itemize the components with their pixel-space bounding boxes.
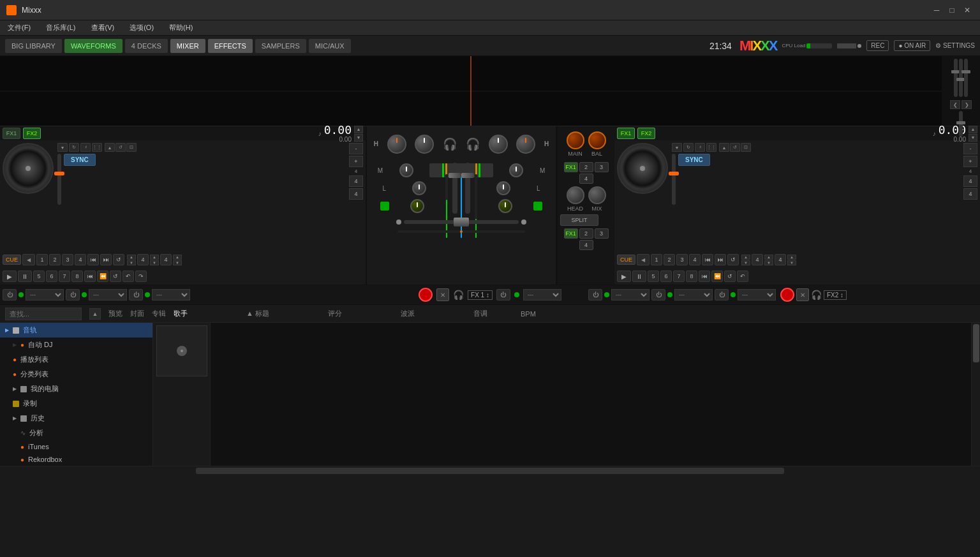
deck-left-fx2-route[interactable]: ↶ [122,271,134,282]
nav-big-library[interactable]: BIG LIBRARY [5,39,62,53]
eff-right-power3[interactable]: ⏻ [715,289,729,301]
eff-center-power[interactable]: ⏻ [496,289,510,301]
deck-right-hc2[interactable]: 2 [664,254,675,265]
pitch-up-btn[interactable]: ▲ [354,126,363,133]
sidebar-item-mypc[interactable]: ▶ 我的电脑 [0,382,152,396]
loop-size-row-up[interactable]: ▲ [127,255,136,260]
deck-right-loop-size[interactable]: 4 [775,254,786,265]
ch-active-right[interactable] [533,202,542,211]
deck-left-hc6[interactable]: 6 [46,271,57,282]
knob-headphone-left[interactable] [415,135,434,154]
eff-left-select3[interactable]: --- [152,289,190,301]
loop-double[interactable]: 4 [349,175,363,187]
fx1-routing-label[interactable]: FX 1 ↕ [468,290,493,300]
deck-left-pause-btn[interactable]: ⏸ [18,271,32,282]
menu-view[interactable]: 查看(V) [89,22,117,34]
deck-right-ctrl3[interactable]: ♯ [695,143,705,152]
nav-micaux[interactable]: MIC/AUX [309,39,351,53]
split-button[interactable]: SPLIT [560,214,598,226]
menu-options[interactable]: 选项(O) [127,22,156,34]
deck-left-hc-loop[interactable]: ↺ [113,254,124,265]
eff-left-select2[interactable]: --- [89,289,127,301]
right-gain-knob[interactable] [780,288,794,302]
deck-left-pitch-slider[interactable] [57,154,61,205]
eff-left-select1[interactable]: --- [26,289,64,301]
col-genre[interactable]: 波派 [401,309,415,318]
loop-arr-up[interactable]: ▲ [150,255,159,260]
loop-arr-dn[interactable]: ▼ [150,260,159,265]
deck-right-hc7[interactable]: 7 [673,271,685,282]
loop-dn-right[interactable]: ▼ [741,260,750,265]
rec-button[interactable]: REC [866,40,889,51]
fx-bottom-3[interactable]: 3 [595,228,609,239]
col-title[interactable]: ▲ 标题 [246,309,269,318]
deck-right-fx-r2[interactable]: ↶ [737,271,748,282]
col-rating[interactable]: 评分 [328,309,342,318]
col-artist[interactable]: 歌手 [174,309,188,318]
col-key[interactable]: 音调 [473,309,487,318]
deck-left-sync-btn[interactable]: SYNC [64,154,96,166]
ch-fader-right-thumb[interactable] [461,173,474,178]
sidebar-item-rekordbox[interactable]: ● Rekordbox [0,453,152,466]
small-fader-1[interactable] [959,111,963,137]
fx-cross-btn[interactable]: ✕ [436,288,449,301]
fx-bottom-2[interactable]: 2 [579,228,593,239]
sidebar-item-playlist[interactable]: ● 播放列表 [0,352,152,367]
deck-left-loop-off[interactable]: ⊡ [126,143,137,152]
deck-left-hc5[interactable]: 5 [33,271,45,282]
ch-fader-left[interactable] [452,163,457,214]
loop-up-right[interactable]: ▲ [741,255,750,260]
deck-left-play2[interactable]: ⏮ [84,271,96,282]
maximize-button[interactable]: □ [946,4,958,17]
deck-left-fx3-route[interactable]: ↷ [135,271,147,282]
col-bpm[interactable]: BPM [521,310,536,318]
menu-library[interactable]: 音乐库(L) [43,22,78,34]
deck-right-loop-4b[interactable]: 4 [752,254,763,265]
knob-gain-right[interactable] [516,135,535,154]
fx-bottom-1[interactable]: FX1 [564,228,578,239]
head-knob[interactable] [567,186,584,204]
deck-right-hc4[interactable]: 4 [689,254,701,265]
deck-left-pitch-thumb[interactable] [54,172,64,175]
sidebar-item-itunes[interactable]: ● iTunes [0,440,152,453]
nav-mixer[interactable]: MIXER [170,39,205,53]
sidebar-item-tracks[interactable]: ▶ 音轨 [0,323,152,338]
deck-left-hc-fwd[interactable]: ⏭ [100,254,112,265]
fx-route-4[interactable]: 4 [579,174,593,184]
fx2-cross-btn[interactable]: ✕ [796,288,809,301]
deck-right-cue-btn[interactable]: CUE [617,255,635,265]
deck-left-hc7[interactable]: 7 [59,271,70,282]
deck-right-loop-off[interactable]: ⊡ [741,143,751,152]
deck-right-hc5[interactable]: 5 [648,271,659,282]
knob-eq-l-left[interactable] [412,181,426,195]
scrollbar-thumb[interactable] [973,324,979,362]
small-thumb-1[interactable] [956,121,965,124]
expand-left-btn[interactable]: ❮ [950,100,960,109]
deck-left-ctrl-loop[interactable]: ▼ [57,143,68,152]
deck-left-hc4[interactable]: 4 [75,254,86,265]
eff-left-power3[interactable]: ⏻ [129,289,143,301]
deck-left-play-btn[interactable]: ▶ [3,271,17,282]
sidebar-item-analyze[interactable]: ∿ 分析 [0,426,152,440]
col-cover[interactable]: 封面 [130,309,144,318]
knob-headphone-right[interactable] [489,135,508,154]
menu-help[interactable]: 帮助(H) [167,22,195,34]
deck-right-back-btn[interactable]: ◀ [637,254,650,265]
knob-filter-left[interactable] [410,199,424,213]
crossfader-thumb[interactable] [454,218,469,227]
ch-active-left[interactable] [380,202,389,211]
loop-size-up-right[interactable]: ▲ [787,255,796,260]
deck-left-loop-4b[interactable]: 4 [160,254,172,265]
deck-right-hc-back[interactable]: ⏮ [702,254,713,265]
deck-left-rev[interactable]: ⏪ [97,271,108,282]
ch-fader-left-thumb[interactable] [449,173,461,178]
deck-left-hc-back[interactable]: ⏮ [87,254,99,265]
on-air-button[interactable]: ● ON AIR [894,40,930,51]
deck-left-fx-btn[interactable]: ↺ [110,271,121,282]
nav-effects[interactable]: EFFECTS [208,39,253,53]
nav-4decks[interactable]: 4 DECKS [125,39,168,53]
sidebar-item-auto-dj[interactable]: ▶ ● 自动 DJ [0,338,152,352]
sidebar-item-categories[interactable]: ● 分类列表 [0,367,152,382]
beat-up-right[interactable]: ▲ [764,255,773,260]
deck-left-hc1[interactable]: 1 [36,254,48,265]
